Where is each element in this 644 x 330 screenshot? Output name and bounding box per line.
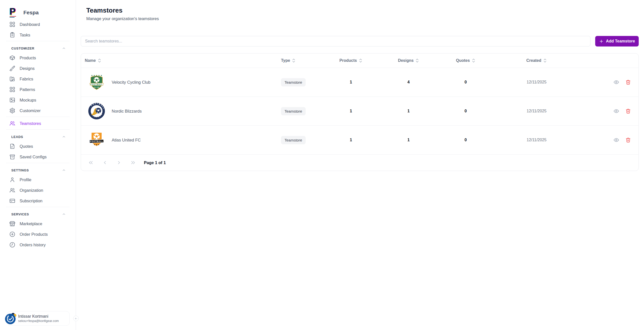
pagination-first-button[interactable] xyxy=(87,158,95,167)
file-text-icon xyxy=(9,143,15,149)
image-icon xyxy=(9,97,15,103)
grid-icon xyxy=(9,21,15,27)
products-count: 1 xyxy=(324,109,378,113)
created-date: 12/11/2025 xyxy=(492,80,581,84)
teamstores-table: Name Type Products Designs Quotes Create… xyxy=(81,53,639,171)
sidebar-item-mockups[interactable]: Mockups xyxy=(4,95,72,105)
pagination-last-button[interactable] xyxy=(129,158,137,167)
sidebar-item-tasks[interactable]: Tasks xyxy=(4,30,72,40)
sort-icon xyxy=(292,58,296,63)
sort-icon xyxy=(359,58,363,63)
users-icon xyxy=(9,120,15,126)
store-icon xyxy=(9,221,15,227)
svg-text:FOOTBALL: FOOTBALL xyxy=(90,140,103,143)
team-logo: ★ ★ ★ ★ ★ FOOTBALL CLUB xyxy=(88,73,105,91)
sidebar: P Fespa Dashboard Tasks CUSTOMIZER Produ… xyxy=(0,0,76,330)
sidebar-item-products[interactable]: Products xyxy=(4,53,72,63)
quotes-count: 0 xyxy=(439,80,492,84)
brand-name: Fespa xyxy=(23,10,39,16)
avatar xyxy=(5,313,16,324)
search-input[interactable] xyxy=(81,36,590,46)
sidebar-item-marketplace[interactable]: Marketplace xyxy=(4,218,72,229)
clock-icon xyxy=(9,242,15,248)
team-logo: FOOTBALL ★ ★ ★ xyxy=(88,131,105,149)
type-badge: Teamstore xyxy=(281,107,306,115)
view-button[interactable] xyxy=(613,137,619,143)
view-button[interactable] xyxy=(613,79,619,85)
user-icon xyxy=(9,177,15,183)
sidebar-item-patterns[interactable]: Patterns xyxy=(4,84,72,95)
created-date: 12/11/2025 xyxy=(492,109,581,113)
sidebar-section-leads[interactable]: LEADS xyxy=(4,133,72,140)
table-row[interactable]: FOOTBALL ★ ★ ★ Atlas United FC Teamstore… xyxy=(81,126,638,155)
sidebar-item-subscription[interactable]: Subscription xyxy=(4,196,72,206)
sidebar-item-fabrics[interactable]: Fabrics xyxy=(4,74,72,84)
table-row[interactable]: FOOTBALL LEAGUE Nordic Blizzards Teamsto… xyxy=(81,97,638,126)
user-menu[interactable]: Intissar Kortmani sekou+fespa@konfigear.… xyxy=(7,311,70,326)
pagination-label: Page 1 of 1 xyxy=(144,160,166,165)
user-email: sekou+fespa@konfigear.com xyxy=(18,319,59,323)
svg-text:FOOTBALL: FOOTBALL xyxy=(90,83,103,85)
page-title: Teamstores xyxy=(86,7,639,14)
chevron-up-icon xyxy=(62,46,66,50)
sidebar-item-order-products[interactable]: Order Products xyxy=(4,229,72,240)
sort-icon xyxy=(415,58,419,63)
designs-count: 1 xyxy=(378,138,439,142)
delete-button[interactable] xyxy=(625,137,631,143)
users-icon xyxy=(9,187,15,193)
column-header-products[interactable]: Products xyxy=(324,58,378,63)
products-count: 1 xyxy=(324,80,378,84)
pagination-next-button[interactable] xyxy=(115,158,123,167)
column-header-quotes[interactable]: Quotes xyxy=(439,58,492,63)
sort-icon xyxy=(98,58,101,63)
quotes-count: 0 xyxy=(439,109,492,113)
column-header-designs[interactable]: Designs xyxy=(378,58,439,63)
sidebar-section-customizer[interactable]: CUSTOMIZER xyxy=(4,44,72,52)
paintbrush-icon xyxy=(9,65,15,71)
designs-count: 1 xyxy=(378,109,439,113)
chevron-up-icon xyxy=(62,212,66,216)
grid-icon xyxy=(9,86,15,92)
team-name: Velocity Cycling Club xyxy=(112,80,150,85)
table-row[interactable]: ★ ★ ★ ★ ★ FOOTBALL CLUB Velocity Cycling… xyxy=(81,68,638,97)
sidebar-item-dashboard[interactable]: Dashboard xyxy=(4,19,72,30)
svg-text:CLUB: CLUB xyxy=(94,86,99,88)
brand[interactable]: P Fespa xyxy=(0,0,76,19)
designs-count: 4 xyxy=(378,80,439,84)
column-header-name[interactable]: Name xyxy=(81,58,278,63)
quotes-count: 0 xyxy=(439,138,492,142)
team-logo: FOOTBALL LEAGUE xyxy=(88,102,105,120)
gear-icon xyxy=(9,108,15,114)
column-header-created[interactable]: Created xyxy=(492,58,581,63)
pagination: Page 1 of 1 xyxy=(81,155,638,171)
sidebar-collapse-button[interactable] xyxy=(73,316,79,321)
sidebar-item-teamstores[interactable]: Teamstores xyxy=(4,118,72,129)
chevron-up-icon xyxy=(62,135,66,139)
svg-text:★ ★ ★: ★ ★ ★ xyxy=(94,144,100,146)
pagination-prev-button[interactable] xyxy=(101,158,109,167)
clipboard-icon xyxy=(9,32,15,38)
team-name: Atlas United FC xyxy=(112,138,141,143)
sidebar-item-profile[interactable]: Profile xyxy=(4,174,72,185)
team-name: Nordic Blizzards xyxy=(112,109,142,114)
type-badge: Teamstore xyxy=(281,78,306,86)
column-header-type[interactable]: Type xyxy=(278,58,324,63)
sidebar-item-designs[interactable]: Designs xyxy=(4,63,72,74)
sidebar-section-services[interactable]: SERVICES xyxy=(4,210,72,218)
view-button[interactable] xyxy=(613,108,619,114)
archive-icon xyxy=(9,154,15,160)
plus-icon xyxy=(599,39,604,44)
plus-circle-icon xyxy=(9,231,15,237)
credit-card-icon xyxy=(9,198,15,204)
sidebar-item-quotes[interactable]: Quotes xyxy=(4,141,72,152)
sidebar-item-customizer[interactable]: Customizer xyxy=(4,105,72,116)
sidebar-section-settings[interactable]: SETTINGS xyxy=(4,166,72,174)
sidebar-item-organization[interactable]: Organization xyxy=(4,185,72,196)
delete-button[interactable] xyxy=(625,108,631,114)
user-name: Intissar Kortmani xyxy=(18,314,59,319)
delete-button[interactable] xyxy=(625,79,631,85)
add-teamstore-button[interactable]: Add Teamstore xyxy=(595,36,639,46)
sidebar-item-orders-history[interactable]: Orders history xyxy=(4,240,72,250)
sidebar-item-saved-configs[interactable]: Saved Configs xyxy=(4,152,72,162)
table-header-row: Name Type Products Designs Quotes Create… xyxy=(81,54,638,68)
